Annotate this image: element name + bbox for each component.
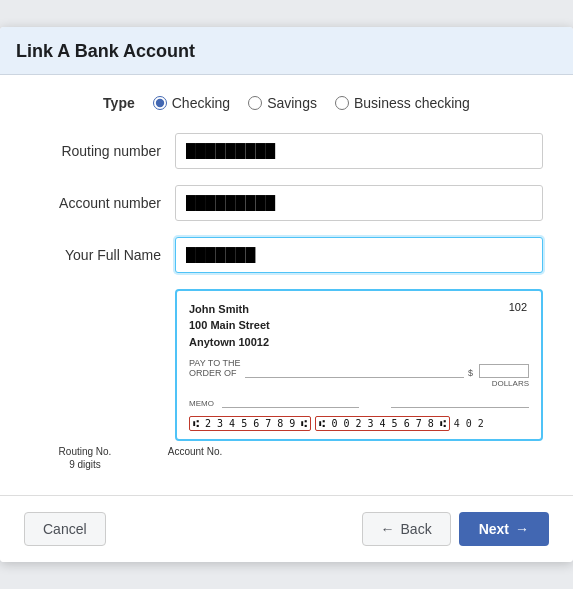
modal-header: Link A Bank Account	[0, 27, 573, 75]
check-labels-row: Routing No.9 digits Account No.	[30, 445, 543, 471]
check-account-label: Account No.	[150, 445, 240, 471]
radio-savings[interactable]: Savings	[248, 95, 317, 111]
routing-number-input[interactable]	[175, 133, 543, 169]
micr-account: ⑆ 0 0 2 3 4 5 6 7 8 ⑆	[315, 416, 449, 431]
check-micr-row: ⑆ 2 3 4 5 6 7 8 9 ⑆ ⑆ 0 0 2 3 4 5 6 7 8 …	[189, 416, 529, 431]
routing-number-row: Routing number	[30, 133, 543, 169]
account-number-row: Account number	[30, 185, 543, 221]
routing-number-label: Routing number	[30, 143, 175, 159]
radio-checking-label: Checking	[172, 95, 230, 111]
modal-body: Type Checking Savings Business checking …	[0, 75, 573, 496]
check-dollars-label: DOLLARS	[189, 379, 529, 388]
type-row: Type Checking Savings Business checking	[30, 95, 543, 111]
footer-right-buttons: ← Back Next →	[362, 512, 549, 546]
check-memo-row: MEMO	[189, 396, 529, 408]
check-pay-to: PAY TO THEORDER OF $	[189, 358, 529, 378]
full-name-row: Your Full Name	[30, 237, 543, 273]
account-number-input[interactable]	[175, 185, 543, 221]
back-arrow-icon: ←	[381, 521, 395, 537]
next-label: Next	[479, 521, 509, 537]
full-name-input[interactable]	[175, 237, 543, 273]
full-name-label: Your Full Name	[30, 247, 175, 263]
radio-savings-input[interactable]	[248, 96, 262, 110]
radio-business-input[interactable]	[335, 96, 349, 110]
modal-title: Link A Bank Account	[16, 41, 557, 62]
check-owner-name: John Smith 100 Main Street Anytown 10012	[189, 301, 529, 351]
micr-check: 4 0 2	[454, 418, 484, 429]
radio-savings-label: Savings	[267, 95, 317, 111]
check-memo-label: MEMO	[189, 399, 214, 408]
micr-routing: ⑆ 2 3 4 5 6 7 8 9 ⑆	[189, 416, 311, 431]
back-label: Back	[401, 521, 432, 537]
radio-business-checking[interactable]: Business checking	[335, 95, 470, 111]
modal-footer: Cancel ← Back Next →	[0, 495, 573, 562]
account-number-label: Account number	[30, 195, 175, 211]
cancel-button[interactable]: Cancel	[24, 512, 106, 546]
next-arrow-icon: →	[515, 521, 529, 537]
check-number: 102	[509, 301, 527, 313]
back-button[interactable]: ← Back	[362, 512, 451, 546]
radio-checking[interactable]: Checking	[153, 95, 230, 111]
type-label: Type	[103, 95, 135, 111]
link-bank-account-modal: Link A Bank Account Type Checking Saving…	[0, 27, 573, 563]
check-routing-label: Routing No.9 digits	[40, 445, 130, 471]
check-diagram: 102 John Smith 100 Main Street Anytown 1…	[175, 289, 543, 442]
radio-business-label: Business checking	[354, 95, 470, 111]
radio-checking-input[interactable]	[153, 96, 167, 110]
next-button[interactable]: Next →	[459, 512, 549, 546]
